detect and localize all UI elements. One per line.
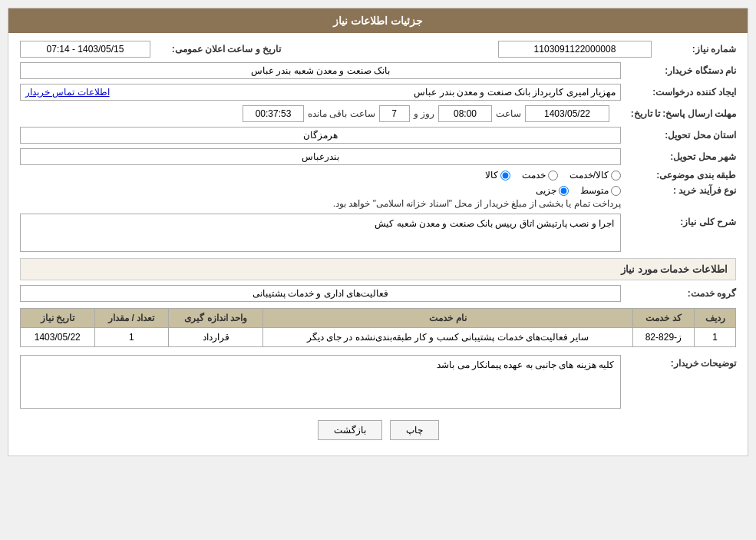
ijad-konande-label: ایجاد کننده درخواست:	[621, 87, 736, 98]
sharh-niaz-value: اجرا و نصب پارتیشن اتاق رییس بانک صنعت و…	[20, 214, 621, 252]
page-wrapper: جزئیات اطلاعات نیاز شماره نیاز: 11030911…	[0, 0, 756, 540]
shahr-label: شهر محل تحویل:	[621, 151, 736, 162]
row-mohlat: مهلت ارسال پاسخ: تا تاریخ: 1403/05/22 سا…	[20, 105, 736, 122]
radio-kala-khadamat-label: کالا/خدمت	[569, 170, 609, 181]
tarikh-elaan-value: 1403/05/15 - 07:14	[20, 41, 150, 58]
page-header: جزئیات اطلاعات نیاز	[8, 8, 748, 33]
ijad-konande-text: مهزیار امیری کاربرداز بانک صنعت و معدن ب…	[414, 87, 616, 98]
col-name-khadamat: نام خدمت	[263, 309, 632, 328]
cell-vahed-andaze: قرارداد	[168, 328, 263, 347]
col-vahed-andaze: واحد اندازه گیری	[168, 309, 263, 328]
main-container: جزئیات اطلاعات نیاز شماره نیاز: 11030911…	[8, 8, 748, 456]
cell-name-khadamat: سایر فعالیت‌های خدمات پشتیبانی کسب و کار…	[263, 328, 632, 347]
name-dastgah-value: بانک صنعت و معدن شعبه بندر عباس	[20, 62, 621, 79]
cell-kod-khadamat: ز-829-82	[632, 328, 695, 347]
radio-khadamat-label: خدمت	[522, 170, 546, 181]
col-tedaad-meghdaar: تعداد / مقدار	[94, 309, 168, 328]
farayand-desc: پرداخت تمام یا بخشی از مبلغ خریدار از مح…	[20, 198, 621, 209]
mohlat-rooz-label: روز و	[414, 108, 434, 119]
radio-kala-input[interactable]	[500, 171, 510, 181]
services-section-header: اطلاعات خدمات مورد نیاز	[20, 258, 736, 280]
row-grooh-khadamat: گروه خدمت: فعالیت‌های اداری و خدمات پشتی…	[20, 285, 736, 302]
ijad-konande-link[interactable]: اطلاعات تماس خریدار	[25, 87, 110, 98]
radio-motevaset: متوسط	[580, 185, 621, 196]
radio-jezzi-input[interactable]	[559, 186, 569, 196]
shomara-niaz-value: 1103091122000008	[498, 41, 652, 58]
radio-kala-label: کالا	[485, 170, 498, 181]
mohlat-baghimande-value: 00:37:53	[243, 105, 304, 122]
row-name-dastgah: نام دستگاه خریدار: بانک صنعت و معدن شعبه…	[20, 62, 736, 79]
row-ijad-konande: ایجاد کننده درخواست: مهزیار امیری کاربرد…	[20, 84, 736, 101]
mohlat-baghimande-label: ساعت باقی مانده	[308, 108, 375, 119]
buttons-row: چاپ بازگشت	[20, 420, 736, 440]
row-shomara-tarikh: شماره نیاز: 1103091122000008 تاریخ و ساع…	[20, 41, 736, 58]
now-farayand-content: متوسط جزیی پرداخت تمام یا بخشی از مبلغ خ…	[20, 185, 621, 209]
radio-kala-khadamat-input[interactable]	[611, 171, 621, 181]
btn-bazgasht[interactable]: بازگشت	[318, 420, 382, 440]
cell-tedaad-meghdaar: 1	[94, 328, 168, 347]
mohlat-date: 1403/05/22	[525, 105, 609, 122]
mohlat-rooz-value: 7	[379, 105, 410, 122]
btn-chap[interactable]: چاپ	[390, 420, 439, 440]
grooh-khadamat-value: فعالیت‌های اداری و خدمات پشتیبانی	[20, 285, 621, 302]
name-dastgah-label: نام دستگاه خریدار:	[621, 65, 736, 76]
mohlat-saat-value: 08:00	[438, 105, 492, 122]
content-area: شماره نیاز: 1103091122000008 تاریخ و ساع…	[8, 33, 748, 456]
radio-kala-khadamat: کالا/خدمت	[569, 170, 621, 181]
tozihat-text: کلیه هزینه های جانبی به عهده پیمانکار می…	[437, 359, 614, 370]
shahr-value: بندرعباس	[20, 148, 621, 165]
tozihat-label: توضیحات خریدار:	[621, 355, 736, 369]
grooh-khadamat-label: گروه خدمت:	[621, 288, 736, 299]
row-ostan: استان محل تحویل: هرمزگان	[20, 127, 736, 144]
radio-khadamat: خدمت	[522, 170, 558, 181]
tozihat-value: کلیه هزینه های جانبی به عهده پیمانکار می…	[20, 355, 621, 409]
row-sharh-niaz: شرح کلی نیاز: اجرا و نصب پارتیشن اتاق ری…	[20, 214, 736, 252]
radio-khadamat-input[interactable]	[548, 171, 558, 181]
now-farayand-label: نوع فرآیند خرید :	[621, 185, 736, 196]
tarikh-elaan-label: تاریخ و ساعت اعلان عمومی:	[158, 44, 281, 55]
radio-jezzi: جزیی	[536, 185, 569, 196]
tabaghebandi-label: طبقه بندی موضوعی:	[621, 170, 736, 181]
ijad-konande-value: مهزیار امیری کاربرداز بانک صنعت و معدن ب…	[20, 84, 621, 101]
ostan-label: استان محل تحویل:	[621, 130, 736, 141]
row-now-farayand: نوع فرآیند خرید : متوسط جزیی پرداخت تمام…	[20, 185, 736, 209]
row-shahr: شهر محل تحویل: بندرعباس	[20, 148, 736, 165]
now-farayand-radios: متوسط جزیی	[20, 185, 621, 196]
cell-radif: 1	[695, 328, 736, 347]
row-tabaghebandi: طبقه بندی موضوعی: کالا/خدمت خدمت کالا	[20, 170, 736, 181]
shomara-niaz-label: شماره نیاز:	[659, 44, 736, 55]
radio-jezzi-label: جزیی	[536, 185, 556, 196]
ostan-value: هرمزگان	[20, 127, 621, 144]
col-tarikh-niaz: تاریخ نیاز	[21, 309, 95, 328]
row-tozihat: توضیحات خریدار: کلیه هزینه های جانبی به …	[20, 355, 736, 409]
tabaghebandi-radios: کالا/خدمت خدمت کالا	[485, 170, 621, 181]
cell-tarikh-niaz: 1403/05/22	[21, 328, 95, 347]
mohlat-saat-label: ساعت	[496, 108, 521, 119]
table-header-row: ردیف کد خدمت نام خدمت واحد اندازه گیری ت…	[21, 309, 736, 328]
radio-motevaset-input[interactable]	[611, 186, 621, 196]
radio-kala: کالا	[485, 170, 510, 181]
col-radif: ردیف	[695, 309, 736, 328]
table-row: 1 ز-829-82 سایر فعالیت‌های خدمات پشتیبان…	[21, 328, 736, 347]
sharh-niaz-label: شرح کلی نیاز:	[621, 214, 736, 227]
radio-motevaset-label: متوسط	[580, 185, 609, 196]
services-table: ردیف کد خدمت نام خدمت واحد اندازه گیری ت…	[20, 308, 736, 347]
page-title: جزئیات اطلاعات نیاز	[333, 15, 423, 27]
mohlat-label: مهلت ارسال پاسخ: تا تاریخ:	[613, 108, 736, 119]
col-kod-khadamat: کد خدمت	[632, 309, 695, 328]
